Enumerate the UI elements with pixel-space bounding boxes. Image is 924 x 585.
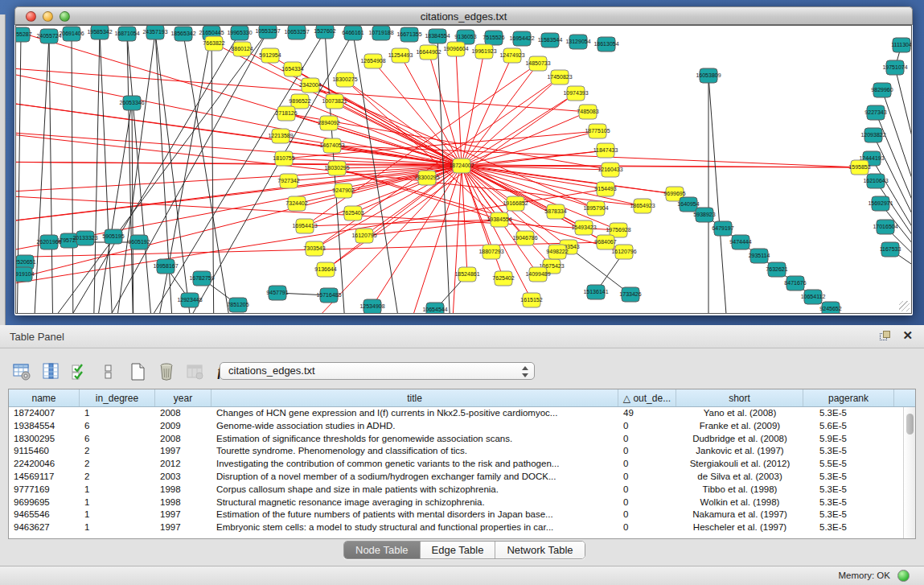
network-node[interactable]: 9829960 (871, 83, 893, 97)
close-panel-icon[interactable]: ✕ (902, 329, 913, 342)
citation-edge-red[interactable] (16, 65, 462, 166)
table-row[interactable]: 977716911998Corpus callosum shape and si… (9, 484, 903, 496)
table-row[interactable]: 1456911722003Disruption of a novel membe… (9, 471, 903, 484)
network-node[interactable]: 20691406 (59, 27, 84, 41)
network-node[interactable]: 15493423 (571, 220, 596, 235)
network-node[interactable]: 26201965 (36, 235, 61, 249)
network-node[interactable]: 10654112 (801, 290, 826, 304)
citation-edge-black[interactable] (113, 32, 155, 314)
row-selection-icon[interactable] (69, 361, 90, 382)
citation-edge-black[interactable] (93, 31, 268, 314)
citation-edge-black[interactable] (100, 32, 113, 314)
network-node[interactable]: 19096604 (443, 42, 468, 56)
network-node[interactable]: 1111304 (891, 38, 912, 52)
network-node[interactable]: 7625402 (492, 271, 514, 286)
column-header-indegree[interactable]: in_degree (80, 389, 155, 406)
network-node[interactable]: 16644902 (416, 45, 441, 60)
table-row[interactable]: 1938455462009Genome-wide association stu… (9, 420, 903, 433)
network-node[interactable]: 9154493 (594, 182, 616, 196)
network-node[interactable]: 6479197 (712, 221, 733, 236)
network-node[interactable]: 18384554 (425, 29, 450, 43)
network-node[interactable]: 9474444 (729, 235, 751, 249)
network-node[interactable]: 2342004 (299, 78, 321, 93)
network-node[interactable]: 7303543 (303, 241, 325, 256)
network-node[interactable]: 9684067 (594, 235, 616, 249)
network-node[interactable]: 24357193 (142, 26, 167, 39)
network-node[interactable]: 16671355 (396, 27, 421, 42)
network-node[interactable]: 1615152 (520, 293, 542, 307)
network-node[interactable]: 15716485 (316, 288, 341, 303)
network-node[interactable]: 1810755 (273, 151, 294, 166)
column-visibility-icon[interactable] (40, 361, 61, 382)
network-node[interactable]: 2935114 (749, 249, 770, 263)
column-header-title[interactable]: title (211, 389, 618, 406)
table-row[interactable]: 2242004622012Investigating the contribut… (9, 458, 903, 471)
network-node[interactable]: 16954422 (509, 31, 534, 46)
window-resize-grip[interactable] (899, 301, 910, 311)
table-row[interactable]: 946554611997Estimation of the future num… (9, 509, 903, 521)
network-node[interactable]: 9136644 (314, 262, 336, 277)
network-node[interactable]: 18030295 (324, 161, 349, 175)
network-node[interactable]: 10974393 (563, 86, 588, 101)
network-node[interactable]: 7625403 (342, 206, 363, 220)
split-rows-icon[interactable] (98, 361, 119, 382)
network-node[interactable]: 6466161 (342, 26, 363, 40)
table-row[interactable]: 946362711997Embryonic stem cells: a mode… (9, 521, 903, 534)
network-node[interactable]: 18654923 (630, 199, 655, 213)
network-node[interactable]: 7927342 (277, 174, 299, 188)
network-node[interactable]: 9247902 (332, 183, 354, 198)
network-node[interactable]: 18613054 (593, 37, 618, 51)
column-header-short[interactable]: short (676, 389, 803, 406)
table-row[interactable]: 969969511998Structural magnetic resonanc… (9, 496, 903, 509)
network-node[interactable]: 16053809 (696, 68, 721, 83)
citation-edge-black[interactable] (49, 36, 53, 314)
network-node[interactable]: 12213589 (268, 129, 293, 143)
network-node[interactable]: 8471676 (784, 276, 806, 290)
network-node[interactable]: 3919104 (16, 267, 35, 282)
network-node[interactable]: 1654334 (281, 62, 303, 76)
network-node[interactable]: 19961923 (471, 44, 496, 59)
network-node[interactable]: 5938923 (693, 208, 715, 222)
network-node[interactable]: 15692971 (868, 196, 893, 211)
network-node[interactable]: 1595853 (848, 160, 870, 175)
network-node[interactable]: 10719188 (368, 26, 393, 40)
network-node[interactable]: 12160433 (598, 163, 622, 177)
float-panel-icon[interactable] (880, 331, 892, 343)
network-node[interactable]: 10553257 (255, 26, 280, 39)
network-node[interactable]: 16120796 (611, 245, 636, 259)
network-node[interactable]: 1527602 (314, 26, 335, 39)
network-node[interactable]: 16871054 (114, 27, 139, 41)
citation-edge-red[interactable] (462, 166, 467, 274)
column-header-pagerank[interactable]: pagerank (803, 389, 894, 406)
network-node[interactable]: 18724007 (449, 159, 474, 173)
network-node[interactable]: 7632621 (766, 262, 787, 277)
network-node[interactable]: 14850733 (525, 56, 550, 71)
network-node[interactable]: 19585342 (87, 26, 112, 39)
citation-edge-black[interactable] (708, 76, 729, 314)
network-node[interactable]: 12474923 (499, 48, 524, 63)
network-node[interactable]: 10958167 (153, 259, 178, 274)
citation-edge-black[interactable] (882, 90, 912, 290)
table-row[interactable]: 1872400712008Changes of HCN gene express… (9, 407, 903, 420)
network-node[interactable]: 19384554 (487, 212, 511, 227)
citation-edge-black[interactable] (885, 227, 912, 290)
column-header-outde[interactable]: △ out_de... (618, 389, 676, 406)
table-selector-dropdown[interactable]: citations_edges.txt (220, 362, 535, 380)
network-node[interactable]: 9457791 (266, 286, 288, 300)
network-canvas[interactable]: 1872400780552872405572420691406195853421… (15, 25, 912, 314)
network-node[interactable]: 7324402 (285, 196, 307, 211)
network-node[interactable]: 5878334 (544, 204, 566, 219)
network-node[interactable]: 18775105 (585, 124, 610, 138)
network-node[interactable]: 19751074 (882, 60, 907, 75)
network-node[interactable]: 19166852 (503, 196, 528, 211)
network-node[interactable]: 11254493 (388, 48, 413, 63)
network-node[interactable]: 8055287 (16, 27, 32, 42)
network-node[interactable]: 1167533 (880, 242, 901, 257)
network-node[interactable]: 18300275 (332, 72, 357, 87)
citation-edge-red[interactable] (16, 97, 675, 194)
network-node[interactable]: 18807293 (478, 245, 503, 259)
network-node[interactable]: 1733426 (619, 287, 641, 302)
scrollbar-thumb[interactable] (906, 414, 914, 435)
citation-edge-black[interactable] (72, 34, 73, 314)
network-node[interactable]: 9227343 (864, 105, 886, 120)
